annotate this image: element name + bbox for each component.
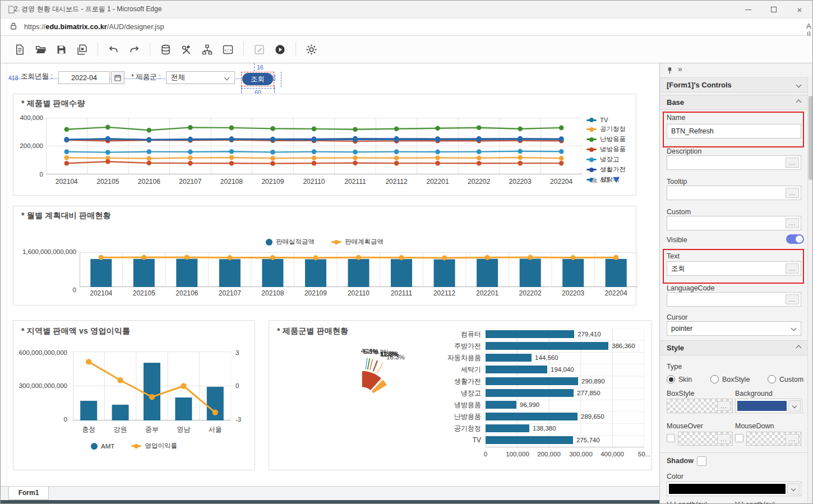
- text-input[interactable]: 조회...: [667, 261, 801, 276]
- legend-item[interactable]: 난방용품: [586, 135, 626, 144]
- pin-icon[interactable]: [666, 66, 674, 77]
- calendar-button[interactable]: [111, 71, 124, 84]
- hierarchy-icon[interactable]: [200, 42, 215, 57]
- canvas-edge-guide: [6, 63, 7, 486]
- tab-form1[interactable]: Form1: [8, 487, 49, 500]
- date-filter-label: 조회년월 :: [21, 72, 53, 81]
- y-axis-tick: 0: [13, 286, 76, 293]
- color-label: Color: [667, 473, 683, 480]
- ellipsis-button[interactable]: ...: [786, 434, 799, 444]
- mousedown-swatch[interactable]: ...: [746, 432, 801, 446]
- background-swatch[interactable]: [735, 399, 802, 413]
- legend-item[interactable]: 공기청정: [586, 125, 626, 133]
- y2-axis-tick: 0: [235, 382, 250, 389]
- name-input[interactable]: BTN_Refresh: [667, 124, 801, 138]
- hbar-bar[interactable]: [486, 413, 578, 420]
- radio-custom[interactable]: Custom: [768, 375, 803, 383]
- edit-icon[interactable]: [252, 42, 267, 57]
- tools-icon[interactable]: [179, 42, 194, 57]
- legend-item[interactable]: 냉장고: [586, 155, 626, 164]
- x-axis-tick: 202201: [417, 178, 459, 186]
- settings-icon[interactable]: [304, 42, 319, 57]
- radio-boxstyle[interactable]: BoxStyle: [710, 375, 750, 383]
- section-style-header[interactable]: Style: [660, 340, 807, 355]
- hbar-bar[interactable]: [486, 377, 578, 385]
- legend-item[interactable]: 냉방용품: [586, 145, 626, 154]
- swatch-dropdown-button[interactable]: [787, 483, 800, 494]
- ellipsis-button[interactable]: ...: [786, 294, 799, 304]
- hbar-bar[interactable]: [486, 436, 573, 444]
- section-base-header[interactable]: Base: [660, 95, 807, 110]
- ellipsis-button[interactable]: ...: [717, 434, 731, 444]
- languagecode-input[interactable]: ...: [667, 292, 801, 307]
- collapse-panel-icon[interactable]: »: [678, 64, 682, 73]
- maximize-button[interactable]: [761, 1, 787, 19]
- new-document-icon[interactable]: [12, 42, 27, 57]
- color-fill: [669, 484, 786, 494]
- measure-label-right: 23: [270, 75, 276, 81]
- ellipsis-button[interactable]: ...: [786, 218, 799, 228]
- run-icon[interactable]: [272, 42, 288, 57]
- boxstyle-swatch[interactable]: ...: [667, 399, 733, 413]
- script-icon[interactable]: </>: [220, 42, 235, 57]
- radio-skin[interactable]: Skin: [667, 375, 692, 383]
- ellipsis-button[interactable]: ...: [717, 401, 731, 411]
- address-bar[interactable]: https://edu.bimatrix.co.kr/AUD/designer.…: [1, 19, 812, 36]
- hbar-bar[interactable]: [486, 389, 574, 397]
- controls-header[interactable]: [Form1]'s Controls: [660, 77, 807, 93]
- x-axis-tick: 202204: [594, 289, 638, 297]
- x-axis-tick: 202112: [423, 289, 466, 297]
- legend-page-up-icon[interactable]: [591, 177, 598, 183]
- swatch-dropdown-button[interactable]: [788, 400, 801, 411]
- dataset-icon[interactable]: [158, 42, 173, 57]
- hbar-bar[interactable]: [486, 330, 574, 338]
- shadow-checkbox[interactable]: [697, 456, 706, 466]
- hbar-bar[interactable]: [486, 424, 529, 432]
- open-file-icon[interactable]: [33, 42, 48, 57]
- save-all-icon[interactable]: [75, 42, 90, 57]
- description-input[interactable]: ...: [667, 155, 801, 170]
- hbar-bar[interactable]: [486, 354, 532, 362]
- legend-marker: [131, 445, 141, 447]
- legend-item[interactable]: 판매계획금액: [331, 238, 384, 246]
- color-swatch[interactable]: [667, 482, 801, 496]
- cursor-select[interactable]: pointer: [667, 321, 801, 336]
- redo-icon[interactable]: [127, 42, 142, 57]
- mouseover-checkbox[interactable]: [667, 434, 675, 442]
- hbar-value-label: 194,040: [551, 366, 574, 373]
- search-button[interactable]: 조회: [242, 73, 273, 85]
- hbar-bar[interactable]: [486, 366, 547, 373]
- undo-icon[interactable]: [106, 42, 121, 57]
- legend-marker: [586, 138, 597, 140]
- visible-toggle[interactable]: [786, 234, 804, 244]
- ellipsis-button[interactable]: ...: [786, 158, 799, 168]
- hbar-bar[interactable]: [486, 401, 516, 409]
- hbar-bar[interactable]: [486, 342, 608, 350]
- measure-tick: [281, 72, 281, 87]
- x-axis-tick: 202202: [458, 178, 500, 186]
- custom-input[interactable]: ...: [667, 216, 801, 230]
- mouseover-swatch[interactable]: ...: [678, 432, 733, 446]
- measure-tick: [241, 88, 275, 89]
- design-canvas[interactable]: 418 조회년월 : 2022-04 * 제품군 : 전체 16 조회 23 6…: [1, 63, 659, 486]
- legend-marker: [586, 119, 597, 121]
- minimize-button[interactable]: [735, 1, 761, 19]
- date-input[interactable]: 2022-04: [58, 71, 110, 84]
- legend-item[interactable]: TV: [586, 117, 626, 123]
- mousedown-checkbox[interactable]: [735, 434, 743, 442]
- legend-item[interactable]: 판매실적금액: [266, 238, 315, 246]
- save-icon[interactable]: [54, 42, 69, 57]
- tooltip-input[interactable]: ...: [667, 186, 801, 200]
- x-axis-tick: 202203: [500, 178, 541, 186]
- ellipsis-button[interactable]: ...: [786, 188, 799, 198]
- legend-page-down-icon[interactable]: [613, 177, 620, 183]
- close-button[interactable]: ×: [787, 1, 812, 19]
- scrollbar-thumb[interactable]: [809, 96, 813, 180]
- product-select[interactable]: 전체: [166, 71, 235, 84]
- divider: [660, 452, 807, 453]
- legend-item[interactable]: 생활가전: [586, 165, 626, 174]
- ellipsis-button[interactable]: ...: [786, 263, 799, 274]
- legend-item[interactable]: 영업이익률: [131, 442, 177, 450]
- legend-item[interactable]: AMT: [91, 443, 114, 450]
- hbar-category-label: 공기청정: [414, 424, 481, 433]
